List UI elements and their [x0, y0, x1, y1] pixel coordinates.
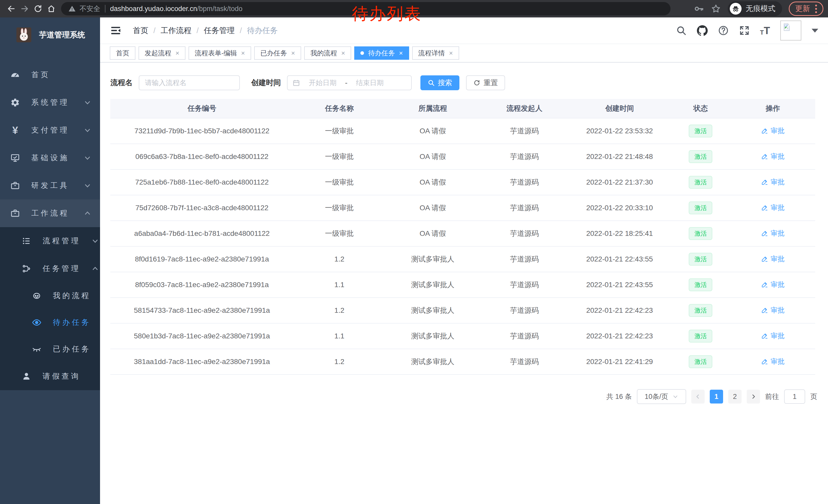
password-key-icon[interactable] [694, 4, 704, 14]
search-button[interactable]: 搜索 [420, 75, 459, 90]
page-button-2[interactable]: 2 [728, 390, 742, 404]
tab-my-process[interactable]: 我的流程 × [304, 46, 351, 60]
sidebar-item-my-process[interactable]: 我的流程 [0, 282, 100, 309]
help-icon[interactable] [718, 25, 729, 36]
sidebar-item-task-management[interactable]: 任务管理 [0, 255, 100, 282]
sidebar-menu: 首页 系统管理 ¥ 支付管理 [0, 61, 100, 390]
date-range-picker[interactable]: - [287, 75, 412, 90]
toolbox-icon [10, 208, 20, 219]
prev-page-button[interactable] [691, 390, 705, 404]
url-divider [105, 5, 106, 12]
approve-link[interactable]: 审批 [761, 254, 785, 264]
browser-home-button[interactable] [45, 2, 58, 15]
task-id: 58154733-7ac8-11ec-a9e2-a2380e71991a [110, 297, 293, 323]
task-name: 1.2 [293, 246, 385, 272]
task-id: a6aba0a4-7b6d-11ec-b781-acde48001122 [110, 221, 293, 246]
sidebar-item-workflow[interactable]: 工作流程 [0, 199, 100, 227]
browser-reload-button[interactable] [31, 2, 45, 15]
task-create-time: 2022-01-22 21:48:48 [569, 144, 670, 170]
dashboard-icon [10, 70, 20, 80]
incognito-label: 无痕模式 [746, 4, 776, 14]
tab-close-icon[interactable]: × [341, 50, 345, 56]
next-page-button[interactable] [747, 390, 760, 404]
sidebar-item-payment[interactable]: ¥ 支付管理 [0, 117, 100, 144]
goto-page-input[interactable] [784, 390, 805, 404]
sidebar-item-done-tasks[interactable]: 已办任务 [0, 336, 100, 363]
security-label: 不安全 [80, 4, 100, 13]
tab-close-icon[interactable]: × [241, 50, 245, 56]
github-icon[interactable] [697, 25, 708, 36]
tab-todo-tasks[interactable]: 待办任务 × [354, 46, 409, 60]
approve-link[interactable]: 审批 [761, 152, 785, 161]
tab-process-detail[interactable]: 流程详情 × [412, 46, 459, 60]
pen-icon [761, 230, 768, 237]
tab-label: 已办任务 [260, 49, 287, 58]
reset-button[interactable]: 重置 [466, 75, 505, 90]
approve-link[interactable]: 审批 [761, 229, 785, 238]
browser-menu-icon[interactable] [815, 5, 817, 13]
status-badge: 激活 [689, 150, 712, 163]
tab-home[interactable]: 首页 [110, 46, 135, 60]
task-process: 测试多审批人 [385, 246, 481, 272]
tab-close-icon[interactable]: × [291, 50, 295, 56]
tab-start-process[interactable]: 发起流程 × [138, 46, 185, 60]
start-date-input[interactable] [303, 79, 342, 87]
sidebar-item-process-management[interactable]: 流程管理 [0, 227, 100, 255]
status-badge: 激活 [689, 253, 712, 266]
sidebar-item-dev-tools[interactable]: 研发工具 [0, 172, 100, 199]
task-name: 1.1 [293, 323, 385, 349]
approve-link[interactable]: 审批 [761, 331, 785, 340]
tab-label: 流程表单-编辑 [195, 49, 237, 58]
task-id: 069c6a63-7b8a-11ec-8ef0-acde48001122 [110, 144, 293, 170]
avatar-caret-icon[interactable] [812, 29, 818, 36]
breadcrumb: 首页 / 工作流程 / 任务管理 / 待办任务 [133, 26, 278, 36]
breadcrumb-separator: / [153, 26, 156, 35]
monitor-icon [10, 152, 20, 163]
tab-process-form-edit[interactable]: 流程表单-编辑 × [189, 46, 251, 60]
main-content: 首页 / 工作流程 / 任务管理 / 待办任务 TT [100, 17, 828, 504]
sidebar-item-system[interactable]: 系统管理 [0, 89, 100, 117]
tab-close-icon[interactable]: × [175, 50, 179, 56]
create-time-label: 创建时间 [251, 78, 281, 88]
sidebar-fold-icon[interactable] [110, 25, 122, 36]
approve-link[interactable]: 审批 [761, 177, 785, 187]
table-row: 381aa1dd-7ac8-11ec-a9e2-a2380e71991a 1.2… [110, 349, 815, 374]
browser-update-button[interactable]: 更新 [789, 2, 823, 16]
url-host: dashboard.yudao.iocoder.cn [110, 5, 197, 13]
table-row: 73211d9d-7b9b-11ec-b5b7-acde48001122 一级审… [110, 118, 815, 144]
approve-link[interactable]: 审批 [761, 280, 785, 289]
sidebar-item-infrastructure[interactable]: 基础设施 [0, 144, 100, 172]
fullscreen-icon[interactable] [739, 25, 750, 36]
app-header: 首页 / 工作流程 / 任务管理 / 待办任务 TT [100, 17, 828, 44]
page-button-1[interactable]: 1 [710, 390, 723, 404]
reload-icon [34, 4, 42, 13]
tab-done-tasks[interactable]: 已办任务 × [254, 46, 301, 60]
search-icon[interactable] [676, 25, 687, 36]
calendar-icon [292, 79, 300, 87]
approve-link[interactable]: 审批 [761, 357, 785, 366]
browser-back-button[interactable] [5, 2, 18, 15]
font-size-icon[interactable]: TT [760, 26, 770, 36]
tab-close-icon[interactable]: × [449, 50, 453, 56]
sidebar-item-leave-query[interactable]: 请假查询 [0, 363, 100, 390]
bookmark-star-icon[interactable] [711, 4, 721, 14]
breadcrumb-item[interactable]: 工作流程 [161, 26, 191, 36]
end-date-input[interactable] [350, 79, 389, 87]
breadcrumb-item[interactable]: 任务管理 [204, 26, 235, 36]
browser-forward-button[interactable] [18, 2, 31, 15]
sidebar-item-label: 系统管理 [31, 97, 73, 108]
sidebar-item-home[interactable]: 首页 [0, 61, 100, 89]
approve-link[interactable]: 审批 [761, 203, 785, 212]
approve-link[interactable]: 审批 [761, 126, 785, 135]
sidebar: 芋道管理系统 首页 系统管理 ¥ [0, 17, 100, 504]
avatar[interactable] [780, 20, 801, 41]
breadcrumb-item[interactable]: 首页 [133, 26, 148, 36]
page-size-select[interactable]: 10条/页 [637, 389, 686, 404]
task-initiator: 芋道源码 [481, 297, 569, 323]
approve-link[interactable]: 审批 [761, 306, 785, 315]
table-row: 75d72608-7b7f-11ec-a3c8-acde48001122 一级审… [110, 195, 815, 221]
sidebar-item-todo-tasks[interactable]: 待办任务 [0, 309, 100, 336]
process-name-input[interactable] [139, 75, 240, 90]
sidebar-item-label: 任务管理 [43, 264, 81, 274]
tab-close-icon[interactable]: × [399, 50, 403, 56]
